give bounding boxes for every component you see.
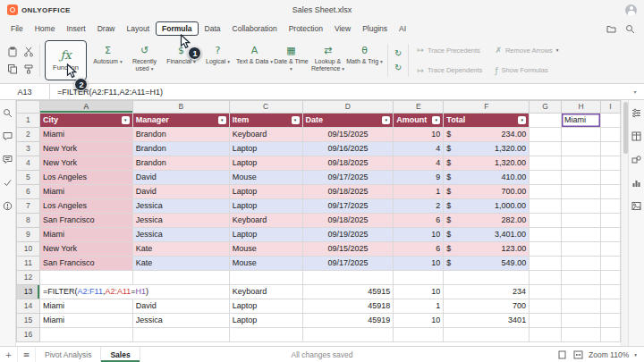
cell[interactable]: New York bbox=[39, 156, 132, 171]
cell[interactable]: Laptop bbox=[229, 314, 302, 328]
shape-settings-icon[interactable] bbox=[631, 154, 642, 164]
cell[interactable]: Laptop bbox=[229, 299, 302, 314]
chat-panel-icon[interactable] bbox=[3, 154, 13, 164]
cell[interactable]: David bbox=[132, 185, 229, 199]
spellcheck-icon[interactable] bbox=[3, 177, 13, 188]
category-math-trig[interactable]: θMath & Trig ▾ bbox=[346, 40, 383, 80]
column-header-g[interactable]: G bbox=[530, 101, 562, 114]
cell[interactable]: Kate bbox=[132, 257, 229, 271]
cell[interactable] bbox=[394, 271, 444, 285]
cell[interactable]: $282.00 bbox=[444, 214, 530, 228]
cell[interactable]: $1,320.00 bbox=[444, 142, 530, 156]
category-autosum[interactable]: ΣAutosum ▾ bbox=[89, 40, 126, 80]
cell[interactable] bbox=[562, 228, 601, 242]
cell[interactable]: San Francisco bbox=[39, 257, 132, 271]
cell[interactable]: 09/17/2025 bbox=[302, 199, 394, 214]
cell[interactable] bbox=[394, 328, 444, 342]
cell[interactable]: Mouse bbox=[229, 171, 302, 185]
cell[interactable] bbox=[600, 328, 620, 342]
column-header-c[interactable]: C bbox=[229, 101, 302, 114]
cell[interactable]: Brandon bbox=[132, 128, 229, 142]
header-cell-manager[interactable]: Manager▾ bbox=[132, 114, 229, 128]
cell[interactable]: 3401 bbox=[444, 314, 530, 328]
cell[interactable] bbox=[600, 142, 620, 156]
cell[interactable]: $1,000.00 bbox=[444, 199, 530, 214]
cell[interactable] bbox=[39, 271, 132, 285]
cell[interactable]: $234.00 bbox=[444, 128, 530, 142]
table-settings-icon[interactable] bbox=[631, 130, 642, 141]
header-cell-total[interactable]: Total▾ bbox=[444, 114, 530, 128]
cell[interactable] bbox=[530, 299, 562, 314]
cell[interactable] bbox=[530, 199, 562, 214]
copy-style-icon[interactable] bbox=[21, 63, 35, 76]
cell[interactable] bbox=[302, 328, 394, 342]
chart-settings-icon[interactable] bbox=[631, 177, 642, 188]
row-header-9[interactable]: 9 bbox=[17, 228, 40, 242]
cell[interactable]: 4 bbox=[394, 142, 444, 156]
add-sheet-button[interactable]: + bbox=[0, 347, 18, 362]
cell[interactable]: Keyboard bbox=[229, 128, 302, 142]
cell[interactable] bbox=[530, 185, 562, 199]
cell[interactable]: 10 bbox=[394, 128, 444, 142]
cell[interactable]: 10 bbox=[394, 285, 444, 299]
cell[interactable] bbox=[600, 185, 620, 199]
row-header-5[interactable]: 5 bbox=[17, 171, 40, 185]
row-header-8[interactable]: 8 bbox=[17, 214, 40, 228]
zoom-chevron-down-icon[interactable]: ▾ bbox=[634, 352, 637, 358]
cell[interactable]: $3,401.00 bbox=[444, 228, 530, 242]
cell[interactable]: Laptop bbox=[229, 228, 302, 242]
cell[interactable]: 4 bbox=[394, 156, 444, 171]
cell[interactable] bbox=[132, 271, 229, 285]
cell[interactable]: 45915 bbox=[302, 285, 394, 299]
row-header-2[interactable]: 2 bbox=[17, 128, 40, 142]
cell[interactable] bbox=[562, 185, 601, 199]
cell[interactable]: San Francisco bbox=[39, 214, 132, 228]
cell[interactable] bbox=[562, 285, 601, 299]
cell[interactable]: $123.00 bbox=[444, 242, 530, 257]
cell[interactable]: Los Angeles bbox=[39, 171, 132, 185]
cell[interactable] bbox=[530, 271, 562, 285]
cell[interactable]: Jessica bbox=[132, 199, 229, 214]
cell[interactable]: Laptop bbox=[229, 185, 302, 199]
cell[interactable] bbox=[600, 128, 620, 142]
cell[interactable]: New York bbox=[39, 142, 132, 156]
formula-cell[interactable]: =FILTER(A2:F11,A2:A11=H1) bbox=[39, 285, 229, 299]
menu-tab-view[interactable]: View bbox=[329, 22, 356, 35]
cell[interactable] bbox=[562, 242, 601, 257]
select-all-button[interactable] bbox=[17, 101, 40, 114]
cell[interactable] bbox=[530, 156, 562, 171]
cut-icon[interactable] bbox=[21, 46, 35, 59]
open-file-location-icon[interactable] bbox=[606, 23, 616, 34]
header-cell-city[interactable]: City▾ bbox=[39, 114, 132, 128]
cell[interactable]: Mouse bbox=[229, 257, 302, 271]
column-header-f[interactable]: F bbox=[444, 101, 530, 114]
filter-button[interactable]: ▾ bbox=[518, 116, 526, 124]
fit-page-icon[interactable] bbox=[556, 349, 567, 360]
cell[interactable] bbox=[600, 257, 620, 271]
cell[interactable]: Laptop bbox=[229, 199, 302, 214]
cell[interactable] bbox=[600, 228, 620, 242]
cell-settings-icon[interactable] bbox=[631, 107, 642, 118]
filter-button[interactable]: ▾ bbox=[292, 116, 300, 124]
cell[interactable]: Miami bbox=[39, 228, 132, 242]
cell[interactable]: Keyboard bbox=[229, 214, 302, 228]
menu-tab-formula[interactable]: Formula1 bbox=[156, 21, 199, 36]
cell[interactable] bbox=[600, 271, 620, 285]
cell[interactable]: 45918 bbox=[302, 299, 394, 314]
row-header-11[interactable]: 11 bbox=[17, 257, 40, 271]
category-lookup-reference[interactable]: ⇄Lookup & Reference ▾ bbox=[309, 40, 346, 80]
row-header-12[interactable]: 12 bbox=[17, 271, 40, 285]
cell[interactable] bbox=[302, 271, 394, 285]
cell[interactable] bbox=[530, 214, 562, 228]
cell[interactable] bbox=[39, 328, 132, 342]
cell[interactable]: 09/18/2025 bbox=[302, 185, 394, 199]
cell[interactable] bbox=[562, 214, 601, 228]
cell[interactable] bbox=[600, 299, 620, 314]
cell[interactable] bbox=[562, 142, 601, 156]
menu-tab-protection[interactable]: Protection bbox=[284, 22, 328, 35]
cell[interactable]: Miami bbox=[39, 314, 132, 328]
cell[interactable]: Miami bbox=[39, 299, 132, 314]
cell[interactable] bbox=[562, 257, 601, 271]
cell[interactable]: Laptop bbox=[229, 142, 302, 156]
row-header-3[interactable]: 3 bbox=[17, 142, 40, 156]
